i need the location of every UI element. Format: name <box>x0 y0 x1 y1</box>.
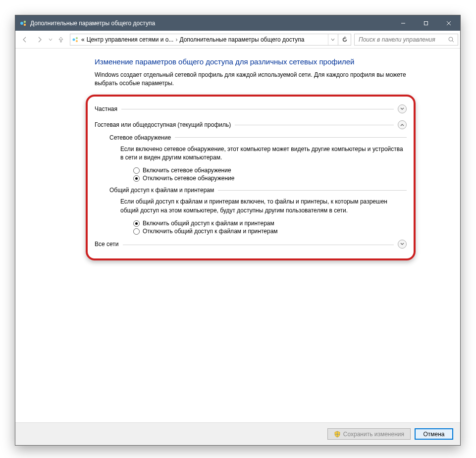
svg-point-2 <box>24 23 26 25</box>
radio-fileshare-on[interactable]: Включить общий доступ к файлам и принтер… <box>133 220 407 227</box>
cancel-button[interactable]: Отмена <box>415 428 453 440</box>
save-button[interactable]: Сохранить изменения <box>327 428 411 440</box>
section-all-networks[interactable]: Все сети <box>95 240 407 249</box>
navbar: « Центр управления сетями и о... › Допол… <box>15 31 460 49</box>
radio-discovery-on[interactable]: Включить сетевое обнаружение <box>133 167 407 174</box>
radio-discovery-off[interactable]: Отключить сетевое обнаружение <box>133 175 407 182</box>
radio-icon <box>133 228 140 235</box>
subsection-title: Сетевое обнаружение <box>109 134 171 141</box>
maximize-button[interactable] <box>415 15 437 31</box>
chevron-down-icon[interactable] <box>398 240 407 249</box>
section-label: Частная <box>95 105 117 112</box>
radio-label: Отключить общий доступ к файлам и принте… <box>143 228 278 235</box>
radio-icon <box>133 175 140 182</box>
minimize-button[interactable] <box>392 15 415 31</box>
section-private[interactable]: Частная <box>95 104 407 113</box>
svg-point-0 <box>20 22 23 25</box>
location-icon <box>71 36 79 44</box>
window-title: Дополнительные параметры общего доступа <box>30 20 155 27</box>
radio-label: Включить общий доступ к файлам и принтер… <box>143 220 274 227</box>
chevron-down-icon[interactable] <box>398 104 407 113</box>
search-box[interactable] <box>354 34 458 46</box>
address-dropdown-button[interactable] <box>328 34 337 45</box>
cancel-button-label: Отмена <box>423 431 444 438</box>
svg-point-7 <box>73 38 75 41</box>
svg-rect-4 <box>424 21 428 25</box>
app-icon <box>19 19 27 27</box>
svg-line-11 <box>452 41 454 42</box>
subsection-desc: Если включено сетевое обнаружение, этот … <box>120 145 407 162</box>
section-label: Все сети <box>95 241 119 248</box>
content-area: Изменение параметров общего доступа для … <box>15 49 460 422</box>
radio-label: Включить сетевое обнаружение <box>143 167 231 174</box>
nav-history-dropdown[interactable] <box>47 33 54 47</box>
footer: Сохранить изменения Отмена <box>15 422 460 445</box>
radio-icon <box>133 220 140 227</box>
close-button[interactable] <box>437 15 460 31</box>
breadcrumb-item[interactable]: Центр управления сетями и о... <box>87 36 174 43</box>
chevron-up-icon[interactable] <box>398 120 407 129</box>
svg-point-10 <box>449 37 453 41</box>
save-button-label: Сохранить изменения <box>343 431 404 438</box>
radio-label: Отключить сетевое обнаружение <box>143 175 234 182</box>
breadcrumb-item[interactable]: Дополнительные параметры общего доступа <box>179 36 304 43</box>
page-title: Изменение параметров общего доступа для … <box>95 57 407 66</box>
subsection-network-discovery: Сетевое обнаружение Если включено сетево… <box>109 134 407 182</box>
nav-forward-button[interactable] <box>32 33 47 47</box>
svg-point-9 <box>76 40 78 42</box>
svg-point-1 <box>24 20 26 22</box>
page-intro: Windows создает отдельный сетевой профил… <box>95 71 407 88</box>
search-icon <box>448 36 455 43</box>
svg-point-8 <box>76 37 78 39</box>
refresh-button[interactable] <box>338 34 351 46</box>
radio-fileshare-off[interactable]: Отключить общий доступ к файлам и принте… <box>133 228 407 235</box>
address-bar[interactable]: « Центр управления сетями и о... › Допол… <box>70 34 338 46</box>
breadcrumb-separator-icon: › <box>175 36 177 43</box>
nav-back-button[interactable] <box>17 33 32 47</box>
shield-icon <box>334 431 341 438</box>
subsection-file-sharing: Общий доступ к файлам и принтерам Если о… <box>109 187 407 235</box>
highlight-annotation: Частная Гостевая или общедоступная (теку… <box>86 95 416 261</box>
subsection-title: Общий доступ к файлам и принтерам <box>109 187 214 194</box>
nav-up-button[interactable] <box>54 33 68 47</box>
window: Дополнительные параметры общего доступа <box>15 15 461 446</box>
subsection-desc: Если общий доступ к файлам и принтерам в… <box>120 198 407 215</box>
breadcrumb-prefix: « <box>81 36 85 43</box>
titlebar: Дополнительные параметры общего доступа <box>15 15 460 31</box>
search-input[interactable] <box>358 36 448 44</box>
section-guest[interactable]: Гостевая или общедоступная (текущий проф… <box>95 120 407 129</box>
radio-icon <box>133 167 140 174</box>
section-label: Гостевая или общедоступная (текущий проф… <box>95 121 231 128</box>
